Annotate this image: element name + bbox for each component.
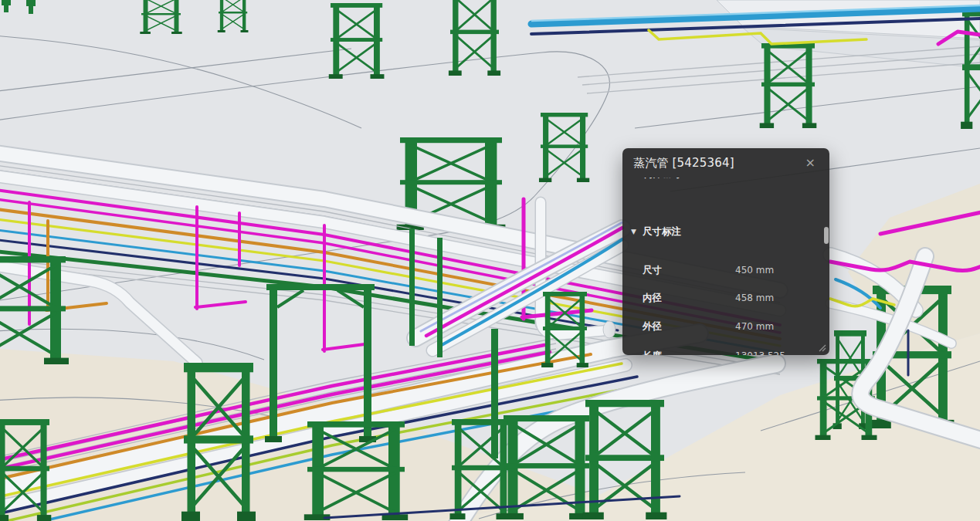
close-icon[interactable]: × xyxy=(802,155,819,171)
properties-panel-header[interactable]: 蒸汽管 [5425364] × xyxy=(622,148,829,178)
chevron-down-icon[interactable]: ▼ xyxy=(631,228,636,235)
scrollbar-thumb[interactable] xyxy=(824,227,829,244)
property-label: 外径 xyxy=(643,320,662,333)
property-label: 内径 xyxy=(643,292,662,305)
clipped-property-row: 构件编号 xyxy=(643,178,681,183)
property-value: 450 mm xyxy=(735,265,774,276)
property-value: 13013.525 xyxy=(735,350,785,355)
property-row-outer-diameter: 外径 470 mm xyxy=(622,319,829,334)
property-row-size: 尺寸 450 mm xyxy=(622,262,829,278)
plant-3d-viewport[interactable] xyxy=(0,0,980,521)
property-label: 尺寸 xyxy=(643,264,662,277)
resize-grip-icon xyxy=(818,343,827,353)
properties-panel-body: 构件编号 ▼ 尺寸标注 尺寸 450 mm 内径 458 mm 外径 470 m… xyxy=(622,178,829,355)
properties-panel[interactable]: 蒸汽管 [5425364] × 构件编号 ▼ 尺寸标注 尺寸 450 mm 内径… xyxy=(622,148,829,355)
resize-handle[interactable] xyxy=(818,343,827,353)
section-label: 尺寸标注 xyxy=(643,225,681,239)
property-value: 458 mm xyxy=(735,293,774,303)
property-label: 长度 xyxy=(643,350,662,355)
property-value: 470 mm xyxy=(735,321,774,332)
panel-title: 蒸汽管 [5425364] xyxy=(633,156,734,171)
property-row-length: 长度 13013.525 xyxy=(622,348,829,355)
bim-viewer-stage: 蒸汽管 [5425364] × 构件编号 ▼ 尺寸标注 尺寸 450 mm 内径… xyxy=(0,0,980,521)
property-row-inner-diameter: 内径 458 mm xyxy=(622,290,829,306)
